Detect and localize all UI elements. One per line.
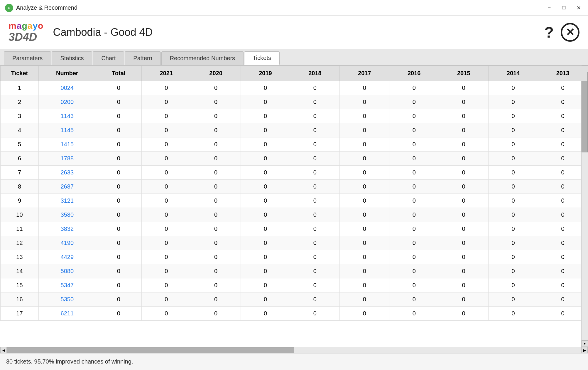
col-header-2019: 2019 xyxy=(241,66,290,81)
table-row: 9 3121 0 0 0 0 0 0 0 0 0 0 xyxy=(1,194,588,208)
cell-2019: 0 xyxy=(241,222,290,236)
scroll-track-vertical[interactable] xyxy=(582,72,588,340)
cell-2019: 0 xyxy=(241,250,290,264)
cell-2017: 0 xyxy=(340,278,389,292)
cell-2021: 0 xyxy=(141,137,191,152)
cell-2013: 0 xyxy=(538,152,587,166)
cell-2021: 0 xyxy=(141,95,191,109)
cell-total: 0 xyxy=(96,123,141,137)
table-row: 7 2633 0 0 0 0 0 0 0 0 0 0 xyxy=(1,166,588,180)
cell-ticket: 7 xyxy=(1,166,39,180)
cell-ticket: 10 xyxy=(1,208,39,222)
cell-2016: 0 xyxy=(389,95,439,109)
table-header-row: Ticket Number Total 2021 2020 2019 2018 … xyxy=(1,66,588,81)
cell-total: 0 xyxy=(96,109,141,123)
cell-2014: 0 xyxy=(489,208,538,222)
cell-2017: 0 xyxy=(340,109,389,123)
cell-2021: 0 xyxy=(141,81,191,95)
cell-total: 0 xyxy=(96,208,141,222)
cell-total: 0 xyxy=(96,166,141,180)
close-circle-button[interactable]: ✕ xyxy=(561,23,579,42)
cell-2018: 0 xyxy=(290,152,340,166)
cell-2015: 0 xyxy=(439,292,489,307)
cell-2020: 0 xyxy=(191,194,241,208)
cell-number: 2633 xyxy=(38,166,96,180)
tab-statistics[interactable]: Statistics xyxy=(52,51,92,65)
tab-pattern[interactable]: Pattern xyxy=(125,51,160,65)
cell-2014: 0 xyxy=(489,123,538,137)
scroll-track-horizontal[interactable] xyxy=(7,347,581,353)
tab-tickets[interactable]: Tickets xyxy=(244,51,280,65)
scroll-thumb-vertical[interactable] xyxy=(582,72,588,152)
cell-2013: 0 xyxy=(538,109,587,123)
horizontal-scrollbar[interactable]: ◀ ▶ xyxy=(0,347,588,353)
table-row: 16 5350 0 0 0 0 0 0 0 0 0 0 xyxy=(1,292,588,307)
cell-2013: 0 xyxy=(538,250,587,264)
cell-2018: 0 xyxy=(290,123,340,137)
cell-ticket: 17 xyxy=(1,307,39,321)
cell-2016: 0 xyxy=(389,307,439,321)
table-row: 8 2687 0 0 0 0 0 0 0 0 0 0 xyxy=(1,180,588,194)
scroll-left-button[interactable]: ◀ xyxy=(0,347,7,354)
scroll-down-button[interactable]: ▼ xyxy=(582,340,588,347)
cell-ticket: 8 xyxy=(1,180,39,194)
cell-2021: 0 xyxy=(141,123,191,137)
cell-2020: 0 xyxy=(191,250,241,264)
cell-number: 5350 xyxy=(38,292,96,307)
tickets-table: Ticket Number Total 2021 2020 2019 2018 … xyxy=(0,65,588,321)
cell-2017: 0 xyxy=(340,81,389,95)
svg-text:G: G xyxy=(8,6,10,10)
cell-2014: 0 xyxy=(489,81,538,95)
tab-recommended-numbers[interactable]: Recommended Numbers xyxy=(161,51,244,65)
cell-2014: 0 xyxy=(489,137,538,152)
cell-2014: 0 xyxy=(489,292,538,307)
cell-2021: 0 xyxy=(141,222,191,236)
cell-2020: 0 xyxy=(191,264,241,278)
cell-number: 1788 xyxy=(38,152,96,166)
cell-2020: 0 xyxy=(191,95,241,109)
col-header-2021: 2021 xyxy=(141,66,191,81)
scroll-right-button[interactable]: ▶ xyxy=(581,347,588,354)
cell-ticket: 16 xyxy=(1,292,39,307)
col-header-2014: 2014 xyxy=(489,66,538,81)
cell-2018: 0 xyxy=(290,109,340,123)
cell-2019: 0 xyxy=(241,236,290,250)
col-header-2020: 2020 xyxy=(191,66,241,81)
cell-total: 0 xyxy=(96,194,141,208)
cell-2017: 0 xyxy=(340,264,389,278)
maximize-button[interactable]: □ xyxy=(560,4,568,12)
cell-2020: 0 xyxy=(191,222,241,236)
table-row: 3 1143 0 0 0 0 0 0 0 0 0 0 xyxy=(1,109,588,123)
cell-2017: 0 xyxy=(340,95,389,109)
cell-total: 0 xyxy=(96,292,141,307)
cell-total: 0 xyxy=(96,152,141,166)
cell-2015: 0 xyxy=(439,264,489,278)
cell-2020: 0 xyxy=(191,278,241,292)
cell-2015: 0 xyxy=(439,208,489,222)
table-row: 11 3832 0 0 0 0 0 0 0 0 0 0 xyxy=(1,222,588,236)
help-button[interactable]: ? xyxy=(544,25,554,40)
cell-2015: 0 xyxy=(439,222,489,236)
tab-chart[interactable]: Chart xyxy=(93,51,124,65)
cell-ticket: 15 xyxy=(1,278,39,292)
cell-2019: 0 xyxy=(241,166,290,180)
col-header-2015: 2015 xyxy=(439,66,489,81)
cell-2013: 0 xyxy=(538,222,587,236)
close-button[interactable]: ✕ xyxy=(574,4,583,12)
scroll-thumb-horizontal[interactable] xyxy=(7,347,294,353)
col-header-2018: 2018 xyxy=(290,66,340,81)
cell-2020: 0 xyxy=(191,137,241,152)
cell-2016: 0 xyxy=(389,250,439,264)
cell-2014: 0 xyxy=(489,264,538,278)
vertical-scrollbar[interactable]: ▲ ▼ xyxy=(581,65,588,347)
cell-2018: 0 xyxy=(290,180,340,194)
cell-2018: 0 xyxy=(290,208,340,222)
cell-2016: 0 xyxy=(389,180,439,194)
cell-total: 0 xyxy=(96,307,141,321)
cell-2018: 0 xyxy=(290,166,340,180)
main-window: G Analyze & Recommend − □ ✕ magayo 3D4D … xyxy=(0,0,588,370)
cell-2017: 0 xyxy=(340,250,389,264)
minimize-button[interactable]: − xyxy=(545,4,554,12)
tab-parameters[interactable]: Parameters xyxy=(4,51,51,65)
cell-2018: 0 xyxy=(290,81,340,95)
